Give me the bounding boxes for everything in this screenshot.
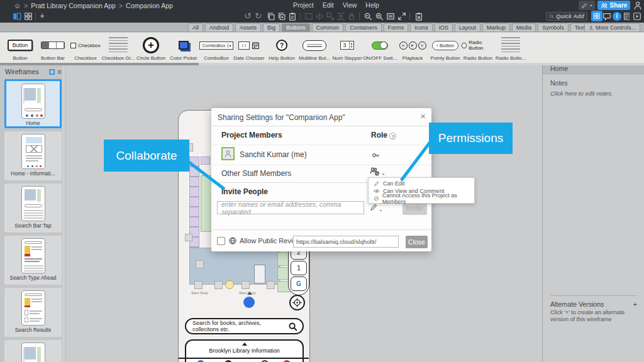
thumbnail-view-icon[interactable] (49, 69, 55, 75)
zoom-in-icon[interactable] (375, 12, 384, 21)
present-icon[interactable] (633, 12, 641, 21)
dialog-divider (211, 165, 431, 165)
checkbox-group-preview (109, 37, 128, 53)
close-button[interactable]: Close (406, 236, 428, 248)
transform-icon[interactable] (304, 12, 313, 21)
wireframe-thumb-partial[interactable] (4, 340, 62, 362)
palette-item-button[interactable]: Button Button (4, 35, 36, 63)
share-button[interactable]: Share (597, 1, 630, 10)
position-icon[interactable] (326, 12, 335, 21)
dropdown-item-cannot-access[interactable]: Cannot Access this Project as Members (369, 195, 474, 202)
tab-buttons[interactable]: Buttons (282, 23, 310, 32)
invite-email-input[interactable]: enter names or email addresses, comma se… (217, 201, 364, 214)
palette-item-num-stepper[interactable]: 3▲▼ Num Stepper (331, 35, 364, 63)
palette-item-checkbox-group[interactable]: Checkbox Gr... (102, 35, 135, 63)
invite-role-pencil-icon[interactable] (369, 203, 378, 212)
actual-size-icon[interactable] (386, 12, 395, 21)
owner-key-icon[interactable] (371, 151, 381, 160)
list-view-icon[interactable]: ≡ (58, 68, 62, 75)
editor-canvas[interactable]: Silent Study Silent Study 2 1 G Search f… (66, 65, 542, 362)
tab-symbols[interactable]: Symbols (538, 23, 569, 32)
tab-all[interactable]: All (188, 23, 203, 32)
edit-mode-button[interactable] (579, 1, 595, 10)
palette-scrollbar[interactable] (0, 63, 644, 65)
map-icon-box (185, 234, 192, 241)
more-controls-button[interactable]: More Controls... (584, 23, 640, 32)
staff-role-icon[interactable] (369, 166, 380, 176)
grid-view-icon[interactable] (24, 12, 33, 21)
thumbnail-preview (21, 238, 45, 273)
tab-assets[interactable]: Assets (235, 23, 261, 32)
locate-me-button[interactable] (289, 295, 305, 310)
tab-ios[interactable]: iOS (435, 23, 453, 32)
menu-project[interactable]: Project (293, 1, 314, 9)
floor-button-1[interactable]: 1 (291, 261, 307, 275)
palette-item-help-button[interactable]: ? Help Button (265, 35, 298, 63)
notes-placeholder[interactable]: Click here to edit notes. (550, 90, 613, 97)
palette-item-onoff-switch[interactable]: ON/OFF Swit... (364, 35, 396, 63)
wireframe-thumb-home-information[interactable]: Home - Informati... (4, 131, 62, 180)
tab-big[interactable]: Big (263, 23, 280, 32)
add-alternate-button[interactable]: + (633, 300, 637, 308)
account-avatar[interactable] (633, 1, 643, 10)
palette-item-radio-group[interactable]: Radio Butto... (494, 35, 527, 63)
dropdown-item-can-edit[interactable]: Can Edit (369, 180, 474, 187)
clear-clipboard-icon[interactable] (414, 12, 423, 21)
floor-button-g[interactable]: G (291, 277, 307, 291)
palette-item-combobox[interactable]: ComboBox▾ ComboBox (200, 35, 233, 63)
palette-item-button-bar[interactable]: Button Bar (36, 35, 69, 63)
palette-item-radio-button[interactable]: Radio Button Radio Button (462, 35, 494, 63)
lock-icon[interactable] (347, 12, 356, 21)
phone-search-bar[interactable]: Search for books, archives, collecitons … (185, 318, 304, 334)
comments-icon[interactable] (602, 12, 611, 21)
wireframe-thumb-search-results[interactable]: Search Results (4, 288, 62, 337)
add-wireframe-icon[interactable]: + (40, 11, 45, 21)
breadcrumb-page[interactable]: Companion App (126, 2, 173, 9)
breadcrumb-project[interactable]: Pratt Library Companion App (31, 2, 116, 9)
allow-reviews-checkbox[interactable] (217, 237, 225, 245)
quick-add-input[interactable]: Quick Add (546, 12, 587, 21)
redo-icon[interactable]: ↻ (255, 11, 262, 21)
palette-item-checkbox[interactable]: Checkbox Checkbox (69, 35, 102, 63)
palette-item-circle-button[interactable]: + Circle Button (135, 35, 167, 63)
menu-view[interactable]: View (343, 1, 357, 9)
chevron-down-icon[interactable] (379, 209, 383, 213)
tab-media[interactable]: Media (512, 23, 536, 32)
zoom-fit-icon[interactable] (397, 12, 406, 21)
tab-common[interactable]: Common (312, 23, 344, 32)
map-room (201, 156, 210, 165)
wireframe-thumb-search-type-ahead[interactable]: Search Type Ahead (4, 236, 62, 285)
close-icon[interactable]: × (420, 111, 426, 121)
palette-item-date-chooser[interactable]: / / Date Chooser (233, 35, 265, 63)
tab-icons[interactable]: Icons (410, 23, 433, 32)
palette-item-multiline-button[interactable]: Multiline But... (298, 35, 331, 63)
tab-android[interactable]: Android (205, 23, 233, 32)
copy-icon[interactable] (267, 12, 275, 21)
palette-scrollbar-thumb[interactable] (0, 63, 199, 65)
menu-help[interactable]: Help (365, 1, 379, 9)
ui-library-toggle[interactable] (591, 11, 602, 21)
tab-containers[interactable]: Containers (345, 23, 382, 32)
tab-layout[interactable]: Layout (455, 23, 480, 32)
review-url-input[interactable]: https://balsamiq.cloud/slqhol9/ (293, 236, 399, 248)
info-icon[interactable]: i (613, 12, 621, 21)
zoom-out-icon[interactable] (364, 12, 372, 21)
tab-markup[interactable]: Markup (482, 23, 510, 32)
palette-item-playback[interactable]: «▸» Playback (396, 35, 429, 63)
menu-edit[interactable]: Edit (323, 1, 334, 9)
role-help-icon[interactable]: ? (389, 133, 396, 140)
wireframe-thumb-search-bar-tap[interactable]: Search Bar Tap (4, 184, 62, 233)
chevron-down-icon[interactable] (381, 172, 386, 177)
duplicate-icon[interactable] (277, 12, 286, 21)
wireframe-thumb-home[interactable]: Home (4, 79, 62, 128)
palette-item-color-picker[interactable]: Color Picker (167, 35, 200, 63)
panels-icon[interactable] (13, 12, 21, 21)
app-logo-icon[interactable]: ☺ (14, 3, 21, 9)
palette-item-pointy-button[interactable]: ‹ Button Pointy Button (429, 35, 462, 63)
undo-icon[interactable]: ↺ (244, 11, 252, 21)
sidebar-scrollbar[interactable] (62, 65, 65, 362)
tab-forms[interactable]: Forms (384, 23, 409, 32)
distribute-icon[interactable] (336, 12, 345, 21)
paste-icon[interactable] (288, 12, 297, 21)
flip-icon[interactable] (315, 12, 324, 21)
